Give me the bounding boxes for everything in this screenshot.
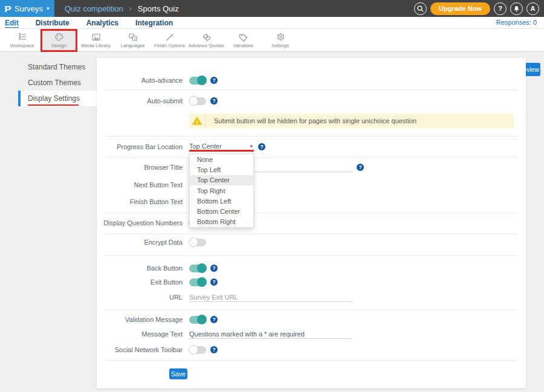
back-button-row: Back Button ? (97, 262, 526, 274)
tab-edit[interactable]: Edit (5, 19, 19, 28)
exit-url-label: URL (97, 294, 183, 301)
validation-message-label: Validation Message (97, 316, 183, 323)
toolbar-item-advance-quotas[interactable]: Advance Quotas (188, 29, 225, 52)
exit-button-help-icon[interactable]: ? (210, 278, 218, 286)
toolbar-item-label: Variables (233, 43, 253, 48)
encrypt-data-label: Encrypt Data (97, 239, 183, 246)
social-network-toolbar-toggle[interactable] (189, 346, 206, 354)
select-value: Top Center (189, 143, 222, 150)
tab-analytics[interactable]: Analytics (86, 19, 118, 27)
sidebar-item-standard-themes[interactable]: Standard Themes (18, 59, 97, 75)
auto-advance-help-icon[interactable]: ? (210, 77, 218, 84)
breadcrumb-parent[interactable]: Quiz competition (65, 4, 123, 13)
toggle-knob (197, 277, 207, 287)
progress-bar-location-row: Progress Bar Location Top Center ▾ ? (97, 142, 526, 152)
exit-url-input[interactable] (189, 292, 352, 302)
languages-icon: xA (128, 33, 138, 42)
responses-count[interactable]: Responses: 0 (496, 19, 537, 26)
edit-toolbar: Workspace Design Media Library xA Langua… (0, 29, 544, 52)
advance-quotas-links-icon (202, 33, 212, 42)
browser-title-help-icon[interactable]: ? (357, 164, 364, 171)
menu-option-bottom-right[interactable]: Bottom Right (190, 217, 253, 227)
toolbar-item-label: Design (51, 43, 66, 48)
menu-option-top-right[interactable]: Top Right (190, 185, 253, 196)
social-network-toolbar-label: Social Network Toolbar (97, 346, 183, 353)
toggle-knob (197, 315, 207, 324)
toolbar-item-design[interactable]: Design (40, 29, 77, 52)
exit-url-row: URL (97, 291, 526, 303)
help-button[interactable]: ? (494, 2, 507, 15)
search-button[interactable] (414, 2, 427, 15)
warning-text: Submit button will be hidden for pages w… (214, 117, 416, 124)
browser-title-label: Browser Title (97, 164, 183, 171)
validation-message-row: Validation Message ? (97, 313, 526, 326)
exit-button-row: Exit Button ? (97, 276, 526, 288)
back-button-toggle[interactable] (189, 265, 206, 272)
next-button-text-label: Next Button Text (97, 181, 183, 188)
progress-bar-location-select[interactable]: Top Center ▾ (189, 142, 254, 152)
toolbar-item-label: Workspace (10, 43, 34, 48)
browser-title-row: Browser Title ? (97, 161, 526, 173)
toolbar-item-variables[interactable]: Variables (225, 29, 262, 52)
sidebar-item-custom-themes[interactable]: Custom Themes (18, 75, 97, 91)
tab-distribute[interactable]: Distribute (36, 19, 70, 27)
variables-tag-icon (239, 33, 248, 42)
toolbar-item-settings[interactable]: Settings (262, 29, 299, 52)
exit-button-toggle[interactable] (189, 278, 206, 286)
validation-message-help-icon[interactable]: ? (210, 316, 218, 323)
toolbar-item-languages[interactable]: xA Languages (114, 29, 151, 52)
social-network-toolbar-help-icon[interactable]: ? (210, 346, 218, 353)
toolbar-item-label: Finish Options (154, 43, 185, 48)
auto-submit-toggle[interactable] (189, 97, 206, 105)
sidebar-item-label: Standard Themes (28, 63, 85, 71)
divider (105, 158, 517, 158)
auto-submit-warning: ! Submit button will be hidden for pages… (189, 114, 514, 128)
survey-nav-tabs: Edit Distribute Analytics Integration (5, 17, 173, 29)
finish-button-text-row: Finish Button Text (97, 196, 526, 208)
display-question-numbers-row: Display Question Numbers (97, 217, 526, 229)
menu-option-none[interactable]: None (190, 154, 253, 164)
menu-option-bottom-center[interactable]: Bottom Center (190, 206, 253, 216)
finish-button-text-label: Finish Button Text (97, 198, 183, 205)
toolbar-item-label: Advance Quotas (189, 43, 224, 48)
encrypt-data-toggle[interactable] (189, 239, 206, 246)
upgrade-now-button[interactable]: Upgrade Now (430, 2, 490, 15)
back-button-help-icon[interactable]: ? (210, 265, 218, 272)
auto-advance-label: Auto-advance (97, 77, 183, 84)
auto-advance-toggle[interactable] (189, 77, 206, 85)
svg-text:x: x (131, 34, 132, 38)
chevron-down-icon: ▾ (250, 143, 253, 149)
divider (105, 255, 517, 256)
menu-option-top-left[interactable]: Top Left (190, 164, 253, 175)
divider (105, 213, 517, 213)
display-settings-panel: Auto-advance ? Auto-submit ? ! Submit bu… (97, 58, 526, 388)
divider (105, 234, 517, 234)
svg-text:!: ! (196, 120, 198, 125)
menu-option-top-center[interactable]: Top Center (190, 175, 253, 185)
toggle-knob (189, 345, 198, 355)
settings-gear-icon (276, 33, 285, 42)
product-switcher[interactable]: P Surveys ▾ (0, 0, 54, 17)
questionpro-logo-icon: P (4, 4, 11, 14)
toolbar-item-workspace[interactable]: Workspace (4, 29, 40, 52)
app-root: P Surveys ▾ Quiz competition › Sports Qu… (0, 0, 544, 392)
menu-option-bottom-left[interactable]: Bottom Left (190, 196, 253, 206)
toolbar-item-finish-options[interactable]: Finish Options (151, 29, 188, 52)
tab-integration[interactable]: Integration (135, 19, 173, 27)
media-library-icon (91, 33, 101, 42)
top-bar: P Surveys ▾ Quiz competition › Sports Qu… (0, 0, 544, 17)
validation-message-toggle[interactable] (189, 316, 206, 324)
sidebar-item-display-settings[interactable]: Display Settings (18, 91, 97, 106)
auto-submit-label: Auto-submit (97, 97, 183, 104)
warning-icon-zone: ! (189, 114, 206, 128)
search-icon (417, 5, 424, 12)
message-text-input[interactable] (189, 329, 352, 339)
auto-submit-help-icon[interactable]: ? (210, 97, 218, 104)
toolbar-item-media-library[interactable]: Media Library (77, 29, 114, 52)
toolbar-item-label: Languages (121, 43, 145, 48)
progress-bar-help-icon[interactable]: ? (258, 143, 265, 150)
account-avatar[interactable]: A (526, 2, 539, 15)
save-button[interactable]: Save (169, 368, 187, 379)
toolbar-items: Workspace Design Media Library xA Langua… (4, 29, 299, 52)
notifications-button[interactable] (510, 2, 523, 15)
